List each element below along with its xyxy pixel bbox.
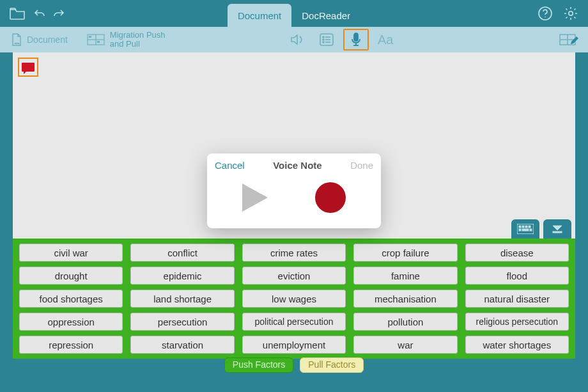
word-chip[interactable]: crime rates xyxy=(242,244,346,262)
svg-rect-33 xyxy=(553,231,562,233)
svg-point-4 xyxy=(17,43,17,43)
tab-push-factors[interactable]: Push Factors xyxy=(224,357,293,373)
bank-category-tabs: Push Factors Pull Factors xyxy=(13,359,575,379)
sub-toolbar: Document Migration Push and Pull Aa xyxy=(0,27,588,52)
speech-bubble-icon xyxy=(22,63,35,72)
svg-rect-10 xyxy=(97,41,100,43)
word-chip[interactable]: flood xyxy=(465,267,569,285)
svg-point-3 xyxy=(15,43,15,43)
keyboard-icon[interactable] xyxy=(511,219,539,239)
word-chip[interactable]: mechanisation xyxy=(353,290,457,308)
svg-point-5 xyxy=(18,43,19,43)
breadcrumb-document-label: Document xyxy=(27,35,68,45)
svg-rect-29 xyxy=(519,229,521,231)
edit-panel-icon[interactable] xyxy=(556,29,582,51)
word-chip[interactable]: conflict xyxy=(130,244,234,262)
word-chip[interactable]: pollution xyxy=(353,313,457,331)
word-chip[interactable]: oppression xyxy=(19,313,123,331)
svg-rect-9 xyxy=(89,36,91,38)
word-chip[interactable]: political persecution xyxy=(242,313,346,331)
font-icon[interactable]: Aa xyxy=(373,29,398,51)
word-chip[interactable]: starvation xyxy=(130,336,234,354)
svg-rect-18 xyxy=(354,33,358,41)
tab-docreader[interactable]: DocReader xyxy=(291,4,360,27)
microphone-icon[interactable] xyxy=(343,29,369,51)
word-chip[interactable]: eviction xyxy=(242,267,346,285)
word-chip[interactable]: crop failure xyxy=(353,244,457,262)
modal-title: Voice Note xyxy=(273,160,321,171)
svg-rect-30 xyxy=(522,229,529,231)
word-chip[interactable]: food shortages xyxy=(19,290,123,308)
svg-rect-26 xyxy=(522,226,524,228)
word-chip[interactable]: repression xyxy=(19,336,123,354)
undo-icon[interactable] xyxy=(32,3,47,24)
word-chip[interactable]: unemployment xyxy=(242,336,346,354)
word-chip[interactable]: religious persecution xyxy=(465,313,569,331)
word-chip[interactable]: water shortages xyxy=(465,336,569,354)
word-bank-area: civil warconflictcrime ratescrop failure… xyxy=(13,239,575,379)
voice-note-modal: Cancel Voice Note Done xyxy=(207,153,381,228)
svg-point-14 xyxy=(323,39,324,40)
speaker-icon[interactable] xyxy=(284,29,310,51)
view-tabs: DocumentDocReader xyxy=(228,0,360,27)
svg-point-1 xyxy=(545,17,546,18)
word-chip[interactable]: war xyxy=(353,336,457,354)
word-chip[interactable]: natural disaster xyxy=(465,290,569,308)
record-button[interactable] xyxy=(315,182,346,213)
word-chip[interactable]: low wages xyxy=(242,290,346,308)
top-bar: DocumentDocReader xyxy=(0,0,588,27)
tab-document[interactable]: Document xyxy=(228,4,291,27)
svg-rect-31 xyxy=(530,229,532,231)
word-chip[interactable]: drought xyxy=(19,267,123,285)
done-button: Done xyxy=(350,160,373,171)
svg-point-2 xyxy=(569,12,573,15)
svg-rect-27 xyxy=(525,226,527,228)
collapse-bank-icon[interactable] xyxy=(543,219,571,239)
voice-note-marker[interactable] xyxy=(18,58,38,77)
play-icon[interactable] xyxy=(242,184,268,212)
word-chip[interactable]: famine xyxy=(353,267,457,285)
gear-icon[interactable] xyxy=(560,3,582,24)
breadcrumb-document[interactable]: Document xyxy=(6,33,72,47)
word-bank: civil warconflictcrime ratescrop failure… xyxy=(13,239,575,359)
cancel-button[interactable]: Cancel xyxy=(215,160,245,171)
word-chip[interactable]: persecution xyxy=(130,313,234,331)
redo-icon[interactable] xyxy=(51,3,66,24)
list-icon[interactable] xyxy=(314,29,339,51)
word-chip[interactable]: disease xyxy=(465,244,569,262)
tab-pull-factors[interactable]: Pull Factors xyxy=(300,357,364,373)
folder-icon[interactable] xyxy=(6,3,28,24)
word-chip[interactable]: civil war xyxy=(19,244,123,262)
svg-point-12 xyxy=(323,36,324,38)
bank-controls xyxy=(511,219,571,239)
word-chip[interactable]: epidemic xyxy=(130,267,234,285)
svg-point-16 xyxy=(323,42,324,43)
word-chip[interactable]: land shortage xyxy=(130,290,234,308)
svg-marker-32 xyxy=(553,226,562,230)
font-label: Aa xyxy=(378,33,393,47)
svg-rect-25 xyxy=(519,226,521,228)
help-icon[interactable] xyxy=(534,3,556,24)
svg-rect-28 xyxy=(529,226,530,228)
